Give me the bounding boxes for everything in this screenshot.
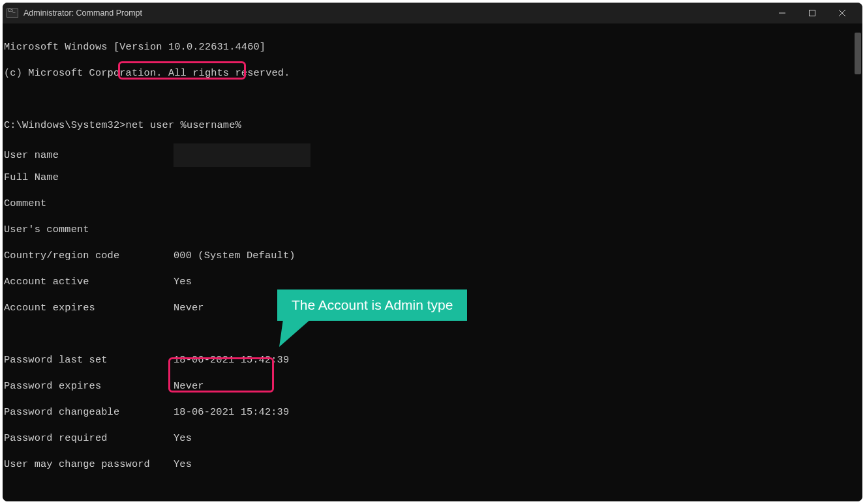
terminal-client-area[interactable]: Microsoft Windows [Version 10.0.22631.44… [3, 23, 862, 501]
minimize-button[interactable] [767, 3, 797, 23]
callout-text: The Account is Admin type [292, 297, 453, 312]
titlebar[interactable]: Administrator: Command Prompt [3, 3, 862, 23]
output-line: Password expiresNever [4, 379, 853, 393]
command-prompt-window: Administrator: Command Prompt Microsoft … [3, 3, 862, 501]
output-line: Account activeYes [4, 275, 853, 288]
window-title: Administrator: Command Prompt [23, 8, 142, 18]
output-line: User may change passwordYes [4, 458, 853, 471]
output-line: Comment [4, 197, 853, 210]
maximize-button[interactable] [797, 3, 827, 23]
output-line: Full Name [4, 171, 853, 184]
output-line: Country/region code000 (System Default) [4, 249, 853, 262]
close-button[interactable] [827, 3, 857, 23]
callout-tail-icon [279, 319, 311, 347]
terminal-output: Microsoft Windows [Version 10.0.22631.44… [4, 27, 853, 501]
output-line: Microsoft Windows [Version 10.0.22631.44… [4, 40, 853, 53]
output-line: User name [4, 145, 853, 158]
output-line: User's comment [4, 223, 853, 236]
vertical-scrollbar[interactable] [855, 33, 861, 74]
output-line: Password requiredYes [4, 432, 853, 445]
svg-rect-0 [810, 10, 815, 16]
prompt-path: C:\Windows\System32> [4, 119, 126, 131]
output-line: Password last set18-06-2021 15:42:39 [4, 353, 853, 366]
cmd-app-icon [7, 8, 18, 18]
prompt-line: C:\Windows\System32>net user %username% [4, 119, 853, 132]
window-controls [767, 3, 857, 23]
output-line: Password changeable18-06-2021 15:42:39 [4, 406, 853, 419]
prompt-command: net user %username% [126, 119, 241, 131]
redacted-block [174, 143, 311, 167]
annotation-callout: The Account is Admin type [277, 289, 467, 321]
output-line: (c) Microsoft Corporation. All rights re… [4, 67, 853, 80]
